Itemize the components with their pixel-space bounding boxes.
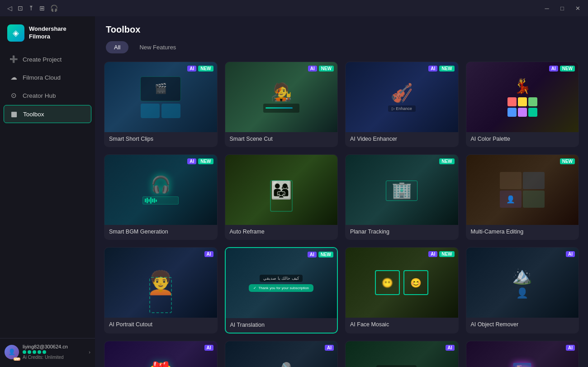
tool-card-ai-translation[interactable]: كيف حالك يا صديقي ✓ Thank you for your s… — [225, 247, 338, 334]
new-badge: NEW — [198, 66, 213, 71]
swatch — [507, 97, 517, 106]
tab-new-features[interactable]: New Features — [131, 41, 184, 53]
tool-card-label: AI Translation — [226, 318, 337, 333]
thumb-visual: 🌆 I want a grand cyberpunk scene AI — [466, 341, 579, 367]
tool-card-multi-camera-editing[interactable]: 👤 NEW Multi-Camera Editing — [466, 154, 579, 240]
new-badge: NEW — [318, 252, 333, 257]
dot — [28, 350, 31, 354]
screen-icon[interactable]: ⊡ — [18, 5, 23, 12]
tool-card-ai-face-mosaic[interactable]: 😶 😊 AI NEW AI Face — [345, 247, 459, 334]
badge-row: AI — [204, 345, 213, 351]
badge-row: AI — [566, 251, 575, 257]
cam-cell: 👤 — [500, 191, 522, 208]
tool-card-planar-tracking[interactable]: 🏢 + NEW Planar Tracking — [345, 154, 459, 240]
swatch — [518, 97, 527, 106]
thumb-ai-music: Happy Vlogs Beats Happy Vlogs Beats Gene… — [346, 341, 458, 367]
face-box-1: 😶 — [375, 270, 400, 295]
thumb-visual: 🎤 — [225, 341, 338, 367]
ai-badge: AI — [204, 251, 213, 257]
logo-icon: ◈ — [7, 24, 24, 42]
tool-card-smart-short-clips[interactable]: 🎬 AI NEW — [104, 62, 218, 147]
multi-grid: 👤 — [500, 172, 545, 208]
sidebar-item-create-project[interactable]: ➕ Create Project — [4, 51, 91, 68]
user-info[interactable]: 👤 VIP liying82@300624.cn Ai Credits: Unl… — [5, 344, 90, 360]
tool-card-ai-portrait-cutout[interactable]: 🧑‍🦱 AI AI Portrait Cutout — [104, 247, 218, 334]
close-button[interactable]: ✕ — [571, 2, 584, 14]
thumb-ai-object-remover: 🏔️ 👤 AI — [466, 248, 579, 318]
tab-all[interactable]: All — [106, 41, 128, 53]
swatch — [507, 108, 517, 117]
dot — [23, 350, 26, 354]
tool-card-ai-object-remover[interactable]: 🏔️ 👤 AI AI Object Remover — [466, 247, 579, 334]
minimize-button[interactable]: ─ — [540, 2, 554, 14]
thumb-visual: 👨‍👩‍👧 — [225, 155, 338, 225]
upload-icon[interactable]: ⤒ — [28, 5, 34, 12]
tool-card-ai-music[interactable]: Happy Vlogs Beats Happy Vlogs Beats Gene… — [345, 341, 459, 367]
tool-card-label: Smart Short Clips — [104, 132, 217, 147]
dot — [43, 350, 46, 354]
new-badge: NEW — [560, 158, 575, 164]
user-name: liying82@300624.cn — [23, 344, 85, 349]
maximize-button[interactable]: □ — [555, 2, 569, 14]
grid-icon[interactable]: ⊞ — [39, 5, 45, 12]
thumb-ai-video-enhancer: 🎻 ▷ Enhance AI NEW — [346, 62, 458, 132]
user-expand-icon[interactable]: › — [89, 349, 90, 355]
thumb-visual: 😶 😊 AI NEW — [346, 248, 458, 318]
tool-card-label: Multi-Camera Editing — [466, 225, 579, 239]
ai-badge: AI — [549, 66, 558, 71]
ai-badge: AI — [308, 66, 317, 71]
sidebar-item-creator-hub[interactable]: ⊙ Creator Hub — [4, 87, 91, 104]
thumb-visual: 🧑‍🎤 AI NEW — [225, 62, 338, 132]
tool-card-label: Smart BGM Generation — [104, 225, 217, 239]
badge-row: AI — [566, 345, 575, 351]
tool-card-ai-voice-cloner[interactable]: 🎤 — [225, 341, 338, 367]
badge-row: AI NEW — [187, 158, 213, 164]
ai-badge: AI — [446, 345, 455, 351]
tool-card-ai-sticker[interactable]: 🎁 I want an exquisite gift box AI AI Sti… — [104, 341, 218, 367]
sidebar-nav: ➕ Create Project ☁ Filmora Cloud ⊙ Creat… — [0, 51, 95, 123]
thumb-ai-color-palette: 💃 AI — [466, 62, 579, 132]
badge-row: AI — [325, 345, 334, 351]
badge-row: NEW — [439, 158, 454, 164]
tool-card-label: AI Portrait Cutout — [104, 318, 217, 332]
tool-card-ai-color-palette[interactable]: 💃 AI — [466, 62, 579, 147]
swatch — [528, 97, 537, 106]
page-title: Toolbox — [106, 24, 577, 35]
headphone-icon[interactable]: 🎧 — [50, 5, 58, 12]
thumb-smart-scene-cut: 🧑‍🎤 AI NEW — [225, 62, 338, 132]
thumb-visual: 🎧 — [104, 155, 217, 225]
thumb-ai-voice-cloner: 🎤 — [225, 341, 338, 367]
nav-back-icon[interactable]: ◁ — [7, 5, 12, 12]
sidebar-item-toolbox[interactable]: ▦ Toolbox — [4, 105, 91, 123]
tool-card-ai-video-enhancer[interactable]: 🎻 ▷ Enhance AI NEW AI Video Enhancer — [345, 62, 459, 147]
tool-card-label: Auto Reframe — [225, 225, 338, 239]
tool-card-smart-bgm-generation[interactable]: 🎧 — [104, 154, 218, 240]
user-credits: Ai Credits: Unlimited — [23, 355, 85, 360]
tool-card-ai-last[interactable]: 🌆 I want a grand cyberpunk scene AI AI — [466, 341, 579, 367]
title-bar-left-icons: ◁ ⊡ ⤒ ⊞ 🎧 — [7, 5, 58, 12]
thumb-visual: 🏢 + NEW — [346, 155, 458, 225]
thumb-planar-tracking: 🏢 + NEW — [346, 155, 458, 225]
sidebar-item-label: Filmora Cloud — [23, 74, 61, 81]
thumb-visual: 🎻 ▷ Enhance AI NEW — [346, 62, 458, 132]
tool-card-label: Planar Tracking — [346, 225, 458, 239]
thumb-visual: 🏔️ 👤 AI — [466, 248, 579, 318]
ai-badge: AI — [187, 158, 196, 164]
thumb-visual: 🧑‍🦱 AI — [104, 248, 217, 318]
new-badge: NEW — [439, 158, 454, 164]
vip-badge: VIP — [14, 357, 20, 361]
dot — [38, 350, 41, 354]
thumb-ai-portrait: 🧑‍🦱 AI — [104, 248, 217, 318]
new-badge: NEW — [439, 251, 454, 257]
sidebar: ◈ WondershareFilmora ➕ Create Project ☁ … — [0, 16, 95, 367]
tool-card-auto-reframe[interactable]: 👨‍👩‍👧 Auto Reframe — [225, 154, 338, 240]
badge-row: AI — [446, 345, 455, 351]
creator-hub-icon: ⊙ — [9, 91, 18, 100]
ai-badge: AI — [428, 251, 437, 257]
sidebar-item-filmora-cloud[interactable]: ☁ Filmora Cloud — [4, 69, 91, 86]
new-badge: NEW — [198, 158, 213, 164]
tool-card-smart-scene-cut[interactable]: 🧑‍🎤 AI NEW Smart Scene Cut — [225, 62, 338, 147]
ai-badge: AI — [566, 251, 575, 257]
thumb-ai-last: 🌆 I want a grand cyberpunk scene AI — [466, 341, 579, 367]
user-details: liying82@300624.cn Ai Credits: Unlimited — [23, 344, 85, 360]
